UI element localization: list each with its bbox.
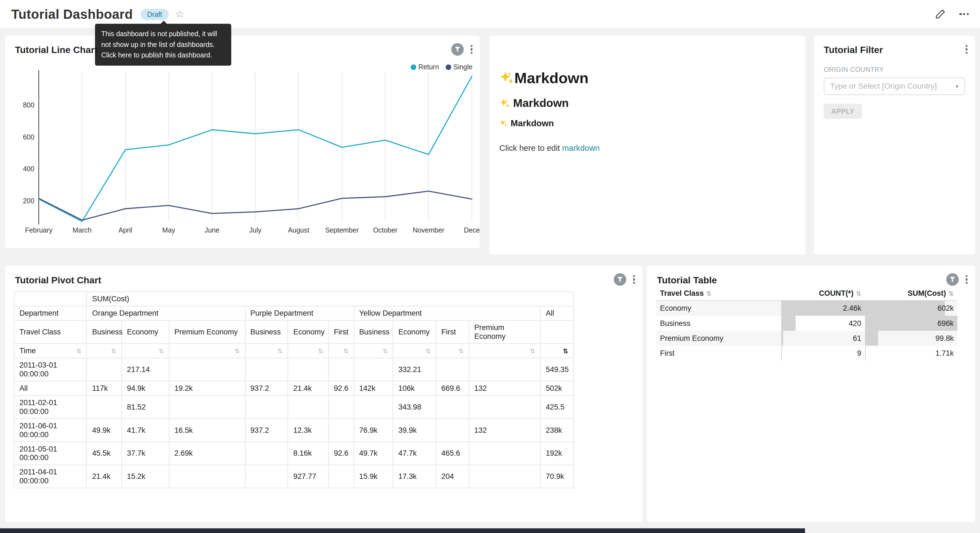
sort-icon[interactable]: ⇅	[234, 348, 240, 354]
table-col-header[interactable]: SUM(Cost)⇅	[865, 286, 957, 300]
pivot-row-label: 2011-04-01 00:00:00	[14, 465, 87, 488]
pivot-sort-cell: ⇅	[122, 343, 169, 358]
pivot-sort-cell: ⇅	[469, 343, 541, 358]
pivot-cell	[469, 442, 541, 465]
chart-menu-icon[interactable]	[632, 274, 636, 285]
chart-menu-icon[interactable]	[964, 274, 969, 285]
pivot-row-label: 2011-03-01 00:00:00	[14, 358, 87, 381]
x-axis-label: March	[73, 226, 92, 234]
sort-icon[interactable]: ⇅	[111, 348, 116, 354]
sort-icon[interactable]: ⇅	[277, 348, 283, 354]
table-col-header[interactable]: Travel Class⇅	[656, 286, 781, 300]
chart-menu-icon[interactable]	[469, 44, 474, 55]
cross-filter-icon[interactable]	[614, 273, 626, 286]
sort-icon[interactable]: ⇅	[76, 348, 81, 354]
draft-badge[interactable]: Draft	[140, 8, 169, 20]
pivot-cell: 49.7k	[354, 442, 393, 465]
pivot-cell: 238k	[541, 419, 573, 442]
sort-icon[interactable]: ⇅	[530, 348, 535, 354]
pivot-cell	[169, 358, 245, 381]
pivot-cell: 502k	[541, 381, 573, 396]
table-col-header[interactable]: COUNT(*)⇅	[781, 286, 865, 300]
pivot-cell	[436, 358, 469, 381]
apply-button[interactable]: APPLY	[824, 104, 862, 119]
pivot-table-scroll[interactable]: SUM(Cost)DepartmentOrange DepartmentPurp…	[14, 291, 634, 516]
header-actions	[935, 0, 970, 28]
table-cell-sum: 1.71k	[865, 345, 957, 361]
pivot-cell	[469, 396, 541, 419]
line-chart[interactable]: FebruaryMarchAprilMayJuneJulyAugustSepte…	[5, 36, 480, 248]
legend-label: Return	[418, 63, 439, 71]
pivot-cell	[354, 358, 393, 381]
markdown-paragraph: Click here to edit markdown	[500, 143, 797, 152]
pivot-cell: 669.6	[436, 381, 469, 396]
pivot-cell: 21.4k	[87, 465, 122, 488]
pivot-cell: 132	[469, 381, 541, 396]
pivot-cell: 15.2k	[122, 465, 169, 488]
cross-filter-icon[interactable]	[451, 43, 463, 56]
sort-icon[interactable]: ⇅	[343, 348, 348, 354]
legend-item-return[interactable]: Return	[411, 63, 439, 71]
table-cell-sum: 99.8k	[865, 330, 957, 345]
pivot-cell: 16.5k	[169, 419, 245, 442]
sparkles-icon	[500, 71, 514, 86]
table-cell-count: 9	[781, 345, 865, 361]
cross-filter-icon[interactable]	[946, 273, 958, 286]
sort-icon[interactable]: ⇅	[563, 348, 568, 354]
pivot-sort-cell: ⇅	[87, 343, 122, 358]
filter-menu-icon[interactable]	[964, 44, 969, 55]
x-axis-label: April	[118, 226, 132, 234]
y-axis-tick: 400	[23, 165, 35, 172]
pivot-col-header: Premium Economy	[169, 320, 245, 343]
filter-card-title: Tutorial Filter	[824, 44, 883, 55]
table-row: Premium Economy6199.8k	[656, 330, 957, 345]
pivot-row: 2011-03-01 00:00:00217.14332.21549.35	[14, 358, 573, 381]
pivot-table: SUM(Cost)DepartmentOrange DepartmentPurp…	[14, 291, 574, 488]
sort-icon[interactable]: ⇅	[159, 348, 164, 354]
pivot-cell: 937.2	[245, 381, 288, 396]
sort-icon[interactable]: ⇅	[856, 290, 861, 297]
pivot-dept-label: Department	[14, 306, 87, 320]
sort-icon[interactable]: ⇅	[706, 290, 711, 297]
table-cell-sum: 696k	[865, 315, 957, 330]
x-axis-label: September	[325, 226, 359, 234]
table-row: Economy2.46k602k	[656, 300, 957, 315]
sort-icon[interactable]: ⇅	[948, 290, 954, 297]
markdown-edit-link[interactable]: markdown	[562, 143, 600, 152]
pivot-row: 2011-02-01 00:00:0081.52343.98425.5	[14, 396, 573, 419]
pivot-cell: 8.16k	[288, 442, 329, 465]
pivot-row: All117k94.9k19.2k937.221.4k92.6142k106k6…	[14, 381, 573, 396]
chart-legend: ReturnSingle	[411, 63, 473, 71]
dashboard-grid: Tutorial Line Chart ReturnSingle Februar…	[0, 28, 980, 533]
pivot-cell: 41.7k	[122, 419, 169, 442]
table-row: Business420696k	[656, 315, 957, 330]
sort-icon[interactable]: ⇅	[318, 348, 323, 354]
pivot-cell: 106k	[393, 381, 436, 396]
pivot-cell	[245, 465, 288, 488]
markdown-h1: Markdown	[500, 69, 797, 87]
markdown-h2: Markdown	[500, 97, 797, 110]
sort-icon[interactable]: ⇅	[382, 348, 388, 354]
pivot-cell	[288, 358, 329, 381]
pivot-cell: 117k	[87, 381, 122, 396]
pivot-col-header: Business	[87, 320, 122, 343]
sort-icon[interactable]: ⇅	[458, 348, 464, 354]
x-axis-label: February	[25, 226, 53, 234]
sort-icon[interactable]: ⇅	[425, 348, 431, 354]
table-card: Tutorial Table Travel Class⇅COUNT(*)⇅SUM…	[647, 266, 975, 522]
more-menu-icon[interactable]	[958, 12, 970, 16]
pivot-group-header: Yellow Department	[354, 306, 541, 320]
pivot-row-label: 2011-02-01 00:00:00	[14, 396, 87, 419]
pivot-cell	[354, 396, 393, 419]
pivot-row-label: 2011-05-01 00:00:00	[14, 442, 87, 465]
pivot-cell: 549.35	[541, 358, 573, 381]
pivot-cell: 15.9k	[354, 465, 393, 488]
pivot-col-header	[541, 320, 573, 343]
origin-country-select[interactable]: Type or Select [Origin Country] ▾	[824, 78, 965, 95]
publish-tooltip[interactable]: This dashboard is not published, it will…	[95, 24, 231, 66]
legend-item-single[interactable]: Single	[446, 63, 473, 71]
line-chart-title: Tutorial Line Chart	[15, 44, 97, 55]
edit-dashboard-icon[interactable]	[935, 9, 946, 19]
star-icon[interactable]: ☆	[175, 9, 184, 19]
data-table: Travel Class⇅COUNT(*)⇅SUM(Cost)⇅Economy2…	[656, 286, 957, 361]
